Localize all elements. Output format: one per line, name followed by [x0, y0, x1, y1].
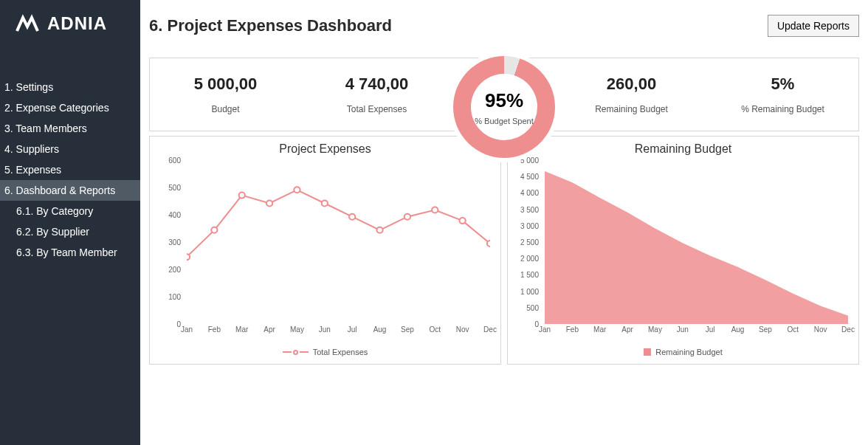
header-row: 6. Project Expenses Dashboard Update Rep… [149, 15, 859, 37]
sidebar-item-8[interactable]: 6.3. By Team Member [0, 242, 140, 263]
svg-point-9 [432, 207, 438, 213]
remaining-chart-title: Remaining Budget [515, 142, 851, 156]
expenses-legend-label: Total Expenses [313, 348, 368, 356]
stat-pct-remaining: 5% % Remaining Budget [707, 58, 858, 131]
x-tick: Nov [814, 325, 827, 334]
sidebar-item-4[interactable]: 5. Expenses [0, 159, 140, 180]
y-tick: 600 [168, 156, 181, 165]
square-marker-icon [644, 348, 651, 356]
x-tick: Jun [677, 325, 689, 334]
x-tick: Mar [593, 325, 606, 334]
stat-total-expenses: 4 740,00 Total Expenses [301, 58, 452, 131]
update-reports-button[interactable]: Update Reports [768, 15, 859, 37]
y-tick: 1 000 [520, 287, 539, 295]
brand-name: ADNIA [47, 13, 107, 34]
remaining-legend-label: Remaining Budget [655, 348, 723, 356]
expenses-chart-body: 0100200300400500600 JanFebMarAprMayJunJu… [157, 160, 493, 345]
stat-budget-value: 5 000,00 [194, 75, 258, 94]
sidebar-item-5[interactable]: 6. Dashboard & Reports [0, 180, 140, 201]
remaining-chart-body: 05001 0001 5002 0002 5003 0003 5004 0004… [515, 160, 851, 345]
x-tick: Nov [456, 325, 469, 334]
svg-point-2 [239, 193, 245, 199]
remaining-legend: Remaining Budget [515, 348, 851, 356]
x-tick: Sep [759, 325, 772, 334]
y-tick: 1 500 [520, 271, 539, 279]
x-tick: Apr [621, 325, 633, 334]
sidebar-item-6[interactable]: 6.1. By Category [0, 201, 140, 221]
brand-logo: ADNIA [0, 0, 140, 47]
x-tick: Dec [841, 325, 855, 334]
y-tick: 2 500 [520, 238, 539, 246]
y-tick: 2 000 [520, 255, 539, 263]
sidebar-item-3[interactable]: 4. Suppliers [0, 139, 140, 159]
svg-point-4 [294, 187, 300, 193]
expenses-x-axis: JanFebMarAprMayJunJulAugSepOctNovDec [187, 325, 490, 337]
x-tick: Aug [731, 325, 745, 334]
line-marker-icon [283, 350, 309, 355]
sidebar-item-1[interactable]: 2. Expense Categories [0, 97, 140, 118]
x-tick: Jan [181, 325, 193, 334]
x-tick: Feb [566, 325, 579, 334]
stat-total-expenses-value: 4 740,00 [345, 75, 409, 94]
sidebar: ADNIA 1. Settings2. Expense Categories3.… [0, 0, 140, 445]
svg-point-11 [487, 241, 490, 246]
y-tick: 400 [168, 210, 181, 218]
remaining-x-axis: JanFebMarAprMayJunJulAugSepOctNovDec [545, 325, 848, 337]
x-tick: Jun [319, 325, 331, 334]
x-tick: Jul [706, 325, 715, 334]
stat-remaining-budget-label: Remaining Budget [595, 104, 668, 114]
stat-budget: 5 000,00 Budget [150, 58, 301, 131]
x-tick: Oct [429, 325, 441, 334]
x-tick: Aug [373, 325, 387, 334]
project-expenses-chart: Project Expenses 0100200300400500600 Jan… [149, 136, 501, 365]
x-tick: Oct [787, 325, 799, 334]
y-tick: 300 [168, 238, 181, 246]
main-content: 6. Project Expenses Dashboard Update Rep… [140, 0, 868, 445]
x-tick: Feb [208, 325, 221, 334]
y-tick: 100 [168, 293, 181, 301]
y-tick: 4 000 [520, 189, 539, 197]
budget-spent-donut: 95% % Budget Spent [449, 52, 559, 162]
y-tick: 3 500 [520, 205, 539, 213]
svg-point-8 [404, 214, 410, 220]
remaining-budget-chart: Remaining Budget 05001 0001 5002 0002 50… [507, 136, 859, 365]
stat-pct-remaining-value: 5% [771, 75, 795, 94]
svg-point-1 [211, 227, 217, 233]
donut-label: % Budget Spent [475, 117, 534, 125]
sidebar-item-7[interactable]: 6.2. By Supplier [0, 221, 140, 242]
sidebar-item-0[interactable]: 1. Settings [0, 77, 140, 97]
y-tick: 500 [526, 303, 539, 311]
x-tick: Apr [264, 325, 275, 334]
x-tick: May [648, 325, 662, 334]
expenses-chart-title: Project Expenses [157, 142, 493, 156]
charts-row: Project Expenses 0100200300400500600 Jan… [149, 136, 859, 365]
x-tick: May [290, 325, 304, 334]
remaining-plot [545, 163, 848, 324]
y-tick: 500 [168, 183, 181, 191]
expenses-legend: Total Expenses [157, 348, 493, 356]
stat-total-expenses-label: Total Expenses [347, 104, 407, 114]
stat-remaining-budget-value: 260,00 [607, 75, 656, 94]
svg-point-5 [322, 201, 328, 207]
x-tick: Jul [348, 325, 357, 334]
stat-pct-remaining-label: % Remaining Budget [741, 104, 824, 114]
donut-value: 95% [485, 89, 523, 112]
y-tick: 4 500 [520, 173, 539, 181]
brand-logo-icon [15, 14, 40, 33]
sidebar-item-2[interactable]: 3. Team Members [0, 118, 140, 139]
svg-point-0 [187, 254, 190, 260]
y-tick: 3 000 [520, 221, 539, 230]
remaining-y-axis: 05001 0001 5002 0002 5003 0003 5004 0004… [515, 160, 542, 324]
x-tick: Sep [401, 325, 414, 334]
y-tick: 200 [168, 265, 181, 273]
svg-point-7 [376, 227, 382, 233]
page-title: 6. Project Expenses Dashboard [149, 16, 392, 35]
svg-marker-12 [545, 171, 848, 324]
x-tick: Jan [539, 325, 551, 334]
x-tick: Dec [483, 325, 497, 334]
stat-remaining-budget: 260,00 Remaining Budget [556, 58, 707, 131]
x-tick: Mar [235, 325, 248, 334]
svg-point-10 [460, 218, 466, 224]
expenses-plot [187, 163, 490, 324]
expenses-y-axis: 0100200300400500600 [157, 160, 184, 324]
